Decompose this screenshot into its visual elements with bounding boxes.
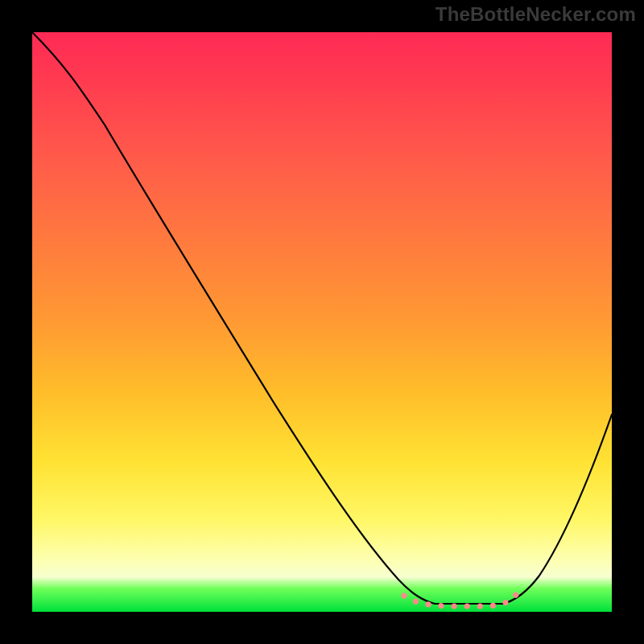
chart-frame: TheBottleNecker.com (0, 0, 644, 644)
curve-svg (32, 32, 612, 612)
watermark-text: TheBottleNecker.com (436, 3, 636, 26)
plot-area (32, 32, 612, 612)
bottleneck-curve (32, 32, 612, 604)
